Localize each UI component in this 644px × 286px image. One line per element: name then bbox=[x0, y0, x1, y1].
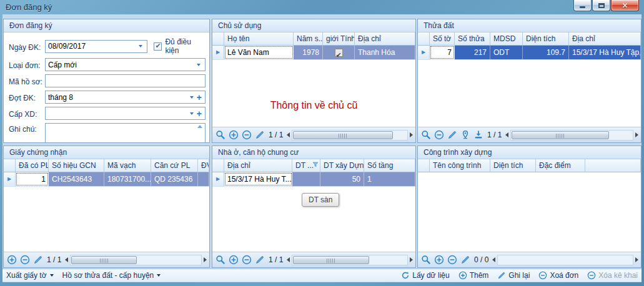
horizontal-scrollbar[interactable] bbox=[65, 252, 207, 267]
col-can-cu-pl[interactable]: Căn cứ PL bbox=[151, 159, 198, 172]
scrollbar-track[interactable] bbox=[292, 130, 408, 141]
xoa-don-button[interactable]: Xoá đơn bbox=[538, 271, 578, 280]
edit-pencil-icon[interactable] bbox=[447, 129, 458, 141]
cell-mdsd[interactable]: ODT bbox=[490, 46, 523, 59]
col-ho-ten[interactable]: Họ tên bbox=[224, 32, 294, 46]
minus-icon[interactable] bbox=[241, 129, 252, 141]
cell-can-cu-pl[interactable]: QD 235436 bbox=[151, 172, 198, 186]
gender-checkbox[interactable] bbox=[335, 49, 343, 57]
scrollbar-thumb[interactable] bbox=[293, 256, 369, 264]
col-nam-sinh[interactable]: Năm s... bbox=[294, 32, 323, 46]
col-so-tang[interactable]: Số tầng bbox=[364, 159, 415, 172]
col-gioi-tinh[interactable]: giới Tính bbox=[323, 32, 355, 46]
col-dac-diem[interactable]: Đặc điểm bbox=[536, 159, 585, 172]
cell-dt-xay-dung[interactable]: 50 bbox=[320, 172, 364, 186]
cell-nam-sinh[interactable]: 1978 bbox=[294, 46, 323, 59]
scroll-left-icon[interactable] bbox=[505, 132, 508, 137]
map-pin-icon[interactable] bbox=[460, 129, 471, 141]
scrollbar-track[interactable] bbox=[510, 130, 633, 141]
row-selector-cell[interactable]: ▶ bbox=[4, 172, 16, 186]
minus-icon[interactable] bbox=[433, 129, 445, 141]
cap-xd-select[interactable]: + bbox=[45, 107, 206, 120]
col-dien-tich[interactable]: Diện tích bbox=[490, 159, 536, 172]
cell-so-to[interactable]: 7 bbox=[430, 46, 455, 59]
row-selector-cell[interactable]: ▶ bbox=[212, 172, 224, 186]
table-row[interactable]: ▶ 1 CH2543643 180731700... QD 235436 bbox=[4, 172, 209, 187]
scroll-left-icon[interactable] bbox=[287, 257, 290, 262]
edit-pencil-icon[interactable] bbox=[254, 129, 265, 141]
edit-pencil-icon[interactable] bbox=[32, 254, 44, 265]
ma-ho-so-input[interactable] bbox=[45, 74, 206, 87]
cell-ho-ten[interactable]: Lê Văn Nam bbox=[224, 46, 294, 59]
col-dia-chi[interactable]: Địa chỉ bbox=[224, 159, 292, 172]
scroll-left-icon[interactable] bbox=[287, 132, 290, 137]
col-so-hieu-gcn[interactable]: Số hiệu GCN bbox=[49, 159, 104, 172]
zoom-icon[interactable] bbox=[420, 254, 432, 265]
dot-dk-select[interactable]: tháng 8 + bbox=[45, 91, 206, 104]
chevron-down-icon[interactable] bbox=[139, 45, 142, 47]
cell-ma-vach[interactable]: 180731700... bbox=[104, 172, 151, 186]
col-dien-tich[interactable]: Diện tích bbox=[523, 32, 569, 46]
col-mdsd[interactable]: MDSD bbox=[490, 32, 523, 46]
edit-pencil-icon[interactable] bbox=[460, 254, 471, 265]
ho-so-thua-dat-button[interactable]: Hồ sơ thửa đất - cấp huyện bbox=[62, 271, 161, 280]
add-icon[interactable]: + bbox=[197, 93, 202, 102]
scroll-right-icon[interactable] bbox=[410, 257, 413, 262]
table-row[interactable]: ▶ 7 217 ODT 109.7 15/3/17 Hà Huy Tập, K bbox=[418, 46, 641, 60]
scroll-right-icon[interactable] bbox=[635, 132, 638, 137]
download-icon[interactable] bbox=[473, 129, 484, 141]
scroll-right-icon[interactable] bbox=[410, 132, 413, 137]
zoom-icon[interactable] bbox=[215, 254, 226, 265]
scrollbar-track[interactable] bbox=[70, 255, 202, 265]
scrollbar-track[interactable] bbox=[497, 255, 633, 265]
loai-don-select[interactable]: Cấp mới bbox=[45, 58, 206, 71]
ngay-dk-date-input[interactable]: 08/09/2017 bbox=[45, 40, 147, 53]
scrollbar-thumb[interactable] bbox=[71, 256, 136, 264]
chevron-down-icon[interactable] bbox=[190, 112, 194, 115]
cell-dia-chi[interactable]: Thanh Hóa bbox=[355, 46, 415, 59]
col-so-thua[interactable]: Số thửa bbox=[455, 32, 490, 46]
col-dt-xay-dung[interactable]: DT xây Dựng bbox=[320, 159, 364, 172]
scroll-up-icon[interactable] bbox=[197, 125, 202, 128]
row-selector-cell[interactable]: ▶ bbox=[418, 46, 430, 59]
vertical-scrollbar[interactable] bbox=[195, 124, 205, 143]
edit-pencil-icon[interactable] bbox=[254, 254, 265, 265]
minus-icon[interactable] bbox=[19, 254, 31, 265]
col-dia-chi[interactable]: Địa chỉ bbox=[355, 32, 415, 46]
col-dt-san[interactable]: DT ... bbox=[292, 159, 320, 172]
chevron-down-icon[interactable] bbox=[190, 96, 194, 99]
cell-so-thua[interactable]: 217 bbox=[455, 46, 490, 59]
row-selector-cell[interactable]: ▶ bbox=[212, 46, 224, 59]
cell-gioi-tinh[interactable] bbox=[323, 46, 355, 59]
horizontal-scrollbar[interactable] bbox=[505, 127, 638, 142]
ghi-chu-textarea[interactable] bbox=[45, 123, 206, 143]
plus-icon[interactable] bbox=[433, 254, 445, 265]
scroll-right-icon[interactable] bbox=[204, 257, 207, 262]
cell-dt-san[interactable] bbox=[292, 172, 320, 186]
scroll-left-icon[interactable] bbox=[65, 257, 68, 262]
lay-du-lieu-button[interactable]: Lấy dữ liệu bbox=[401, 271, 449, 280]
scroll-right-icon[interactable] bbox=[635, 257, 638, 262]
plus-icon[interactable] bbox=[228, 129, 239, 141]
cell-dv[interactable] bbox=[198, 172, 209, 186]
minus-icon[interactable] bbox=[447, 254, 458, 265]
scrollbar-track[interactable] bbox=[292, 255, 408, 265]
table-row[interactable]: ▶ 15/3/17 Hà Huy T... 50 1 bbox=[212, 172, 415, 187]
cell-dien-tich[interactable]: 109.7 bbox=[523, 46, 569, 59]
horizontal-scrollbar[interactable] bbox=[492, 252, 638, 267]
scroll-left-icon[interactable] bbox=[492, 257, 495, 262]
close-button[interactable]: ✕ bbox=[611, 0, 639, 11]
scrollbar-thumb[interactable] bbox=[512, 131, 609, 139]
plus-icon[interactable] bbox=[6, 254, 17, 265]
horizontal-scrollbar[interactable] bbox=[287, 127, 413, 142]
col-so-to[interactable]: Số tờ bbox=[430, 32, 455, 46]
horizontal-scrollbar[interactable] bbox=[287, 252, 413, 267]
cell-dia-chi[interactable]: 15/3/17 Hà Huy T... bbox=[224, 172, 292, 186]
col-ma-vach[interactable]: Mã vạch bbox=[104, 159, 151, 172]
scrollbar-thumb[interactable] bbox=[293, 131, 393, 139]
col-dia-chi[interactable]: Địa chỉ bbox=[569, 32, 641, 46]
xoa-ke-khai-button[interactable]: Xóa kê khai bbox=[587, 271, 638, 280]
ghi-lai-button[interactable]: Ghi lại bbox=[497, 271, 530, 280]
filter-icon[interactable] bbox=[312, 162, 319, 167]
maximize-button[interactable] bbox=[592, 0, 610, 11]
